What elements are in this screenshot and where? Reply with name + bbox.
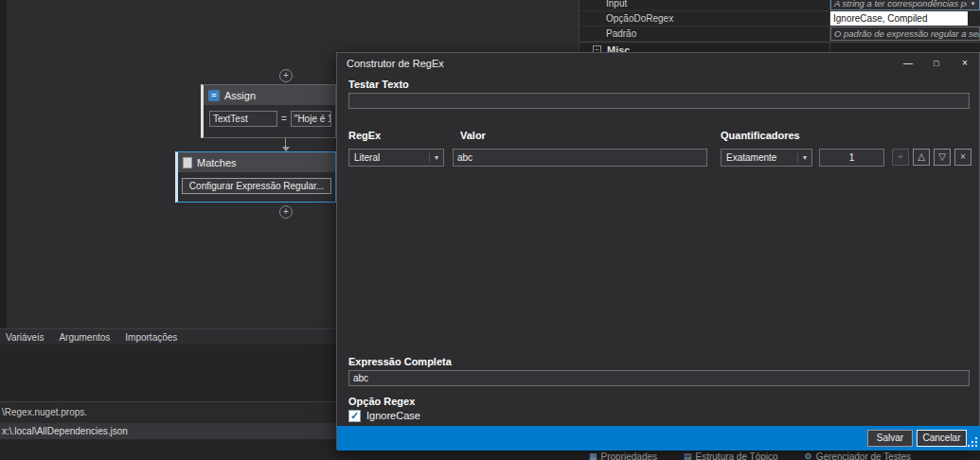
bottom-tab-label: Gerenciador de Testes (816, 451, 911, 460)
chevron-down-icon: ▾ (797, 153, 811, 162)
regex-value-input[interactable]: abc (453, 149, 707, 167)
regex-builder-dialog: Construtor de RegEx — □ × Testar Texto R… (336, 52, 980, 450)
assign-icon: = (208, 90, 220, 101)
maximize-button[interactable]: □ (922, 53, 951, 74)
dialog-footer: Salvar Cancelar (337, 426, 980, 451)
full-expression-input[interactable]: abc (348, 370, 970, 386)
cancel-button[interactable]: Cancelar (917, 430, 967, 447)
add-row-button[interactable]: + (892, 149, 909, 166)
property-value-input-text: A string a ter correspondências pesquis (834, 0, 980, 9)
outline-icon: ▤ (684, 451, 692, 460)
test-text-label: Testar Texto (348, 79, 409, 90)
chevron-down-icon: ▾ (429, 153, 443, 162)
bottom-tab-label: Estrutura de Tópico (696, 451, 778, 460)
bottom-panel-tabs: ▦ Propriedades ▤ Estrutura de Tópico ⚙ G… (589, 451, 911, 460)
property-value-opcaodoregex[interactable]: IgnoreCase, Compiled ▾ (830, 11, 968, 26)
move-row-up-button[interactable]: △ (913, 149, 930, 166)
property-label-input: Input (606, 0, 627, 11)
bottom-tab-propriedades[interactable]: ▦ Propriedades (589, 451, 657, 460)
add-activity-button-bottom[interactable]: + (279, 205, 293, 219)
quantifier-count-input[interactable]: 1 (819, 149, 884, 167)
property-label-opcaodoregex: OpçãoDoRegex (606, 11, 673, 27)
assign-activity-header[interactable]: = Assign (204, 85, 335, 105)
assign-to-field[interactable]: TextTest (209, 111, 277, 127)
bottom-tab-estrutura[interactable]: ▤ Estrutura de Tópico (684, 451, 778, 460)
test-text-input[interactable] (348, 93, 970, 109)
dialog-title: Construtor de RegEx (337, 58, 894, 69)
assign-activity-title: Assign (224, 90, 256, 101)
bottom-tab-label: Propriedades (601, 451, 657, 460)
minimize-button[interactable]: — (894, 53, 922, 74)
assign-activity[interactable]: = Assign TextTest = "Hoje é 10/1... (201, 84, 336, 138)
chevron-down-icon[interactable]: ▾ (967, 0, 979, 9)
column-header-valor: Valor (460, 130, 486, 141)
ignorecase-checkbox[interactable]: ✓ (348, 410, 361, 422)
regex-type-select[interactable]: Literal ▾ (348, 149, 444, 167)
delete-row-button[interactable]: × (954, 149, 971, 166)
property-row-opcaodoregex[interactable]: OpçãoDoRegex IgnoreCase, Compiled ▾ (579, 11, 980, 27)
configure-regex-button[interactable]: Configurar Expressão Regular... (182, 178, 331, 194)
resize-grip[interactable] (965, 434, 979, 449)
property-row-padrao[interactable]: Padrão O padrão de expressão regular a s… (579, 27, 980, 42)
matches-activity-header[interactable]: Matches (178, 152, 335, 172)
quantifier-select[interactable]: Exatamente ▾ (721, 149, 812, 167)
property-value-padrao[interactable]: O padrão de expressão regular a ser co (830, 27, 980, 41)
property-label-padrao: Padrão (606, 27, 636, 42)
full-expression-label: Expressão Completa (348, 356, 452, 367)
property-value-input[interactable]: A string a ter correspondências pesquis … (830, 0, 980, 10)
property-value-opcaodoregex-text: IgnoreCase, Compiled (833, 13, 928, 24)
property-value-padrao-text: O padrão de expressão regular a ser co (834, 28, 980, 39)
assign-value-field[interactable]: "Hoje é 10/1... (291, 111, 331, 127)
add-activity-button-top[interactable]: + (279, 69, 293, 82)
column-header-quantificadores: Quantificadores (721, 130, 800, 141)
property-row-input[interactable]: Input A string a ter correspondências pe… (579, 0, 980, 11)
test-manager-icon: ⚙ (805, 451, 812, 460)
ignorecase-label: IgnoreCase (366, 410, 420, 422)
regex-type-value: Literal (349, 152, 429, 163)
regex-option-label: Opção Regex (348, 396, 415, 407)
close-button[interactable]: × (951, 53, 979, 74)
matches-activity-title: Matches (197, 157, 237, 168)
column-header-regex: RegEx (348, 130, 381, 141)
move-row-down-button[interactable]: ▽ (934, 149, 951, 166)
dialog-titlebar[interactable]: Construtor de RegEx — □ × (337, 53, 979, 74)
equals-sign: = (281, 114, 287, 124)
quantifier-value: Exatamente (722, 152, 797, 163)
tab-importacoes[interactable]: Importações (125, 332, 177, 343)
bottom-tab-gerenciador[interactable]: ⚙ Gerenciador de Testes (805, 451, 912, 460)
connector-line (285, 138, 286, 147)
matches-activity[interactable]: Matches Configurar Expressão Regular... (175, 151, 336, 203)
tab-argumentos[interactable]: Argumentos (59, 332, 110, 343)
tab-variaveis[interactable]: Variáveis (6, 332, 44, 343)
matches-icon (183, 157, 192, 168)
save-button[interactable]: Salvar (867, 430, 913, 447)
properties-icon: ▦ (589, 451, 597, 460)
